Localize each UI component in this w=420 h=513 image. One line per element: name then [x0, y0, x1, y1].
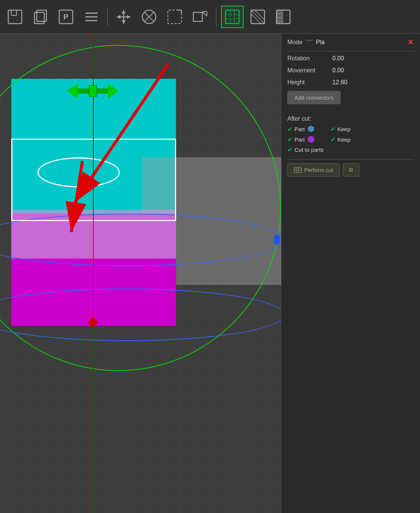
transform-toolbar-icon[interactable]	[189, 6, 211, 28]
svg-rect-0	[8, 10, 22, 24]
right-panel: Mode Pla ✕ Rotation 0.00 Movement 0.00 H…	[281, 34, 420, 513]
movement-row: Movement 0.00	[287, 67, 414, 74]
svg-marker-35	[67, 84, 78, 99]
rotation-label: Rotation	[287, 55, 332, 62]
shade-toolbar-icon[interactable]	[272, 6, 294, 28]
svg-marker-36	[108, 84, 119, 99]
copy-toolbar-icon[interactable]	[29, 6, 52, 28]
viewport-content	[0, 34, 281, 513]
toolbar-separator-2	[216, 7, 217, 26]
mode-value: Pla	[305, 39, 325, 46]
select-toolbar-icon[interactable]	[163, 6, 186, 28]
svg-rect-3	[37, 10, 46, 21]
svg-marker-11	[122, 10, 126, 13]
svg-rect-38	[89, 85, 97, 97]
rotation-value: 0.00	[332, 55, 414, 62]
diamond-toolbar-icon[interactable]	[138, 6, 160, 28]
yellow-handle[interactable]	[90, 179, 95, 184]
blue-dot-handle[interactable]	[274, 235, 280, 245]
svg-rect-21	[226, 10, 239, 24]
center-axis-line	[93, 34, 94, 513]
height-value: 12.80	[332, 79, 414, 86]
blue-ellipse-top	[0, 214, 281, 266]
svg-line-27	[251, 10, 265, 24]
divider-2	[287, 159, 414, 160]
save-toolbar-icon[interactable]	[4, 6, 26, 28]
part1-label: Part	[294, 126, 305, 132]
toolbar-separator-1	[107, 7, 108, 26]
svg-line-20	[202, 12, 207, 16]
list-toolbar-icon[interactable]	[80, 6, 103, 28]
viewport[interactable]	[0, 34, 281, 513]
parking-toolbar-icon[interactable]: P	[55, 6, 77, 28]
part1-row: ✔ Part ✔ Keep	[287, 125, 414, 133]
height-label: Height	[287, 79, 332, 86]
keep2-label: Keep	[338, 136, 351, 143]
svg-rect-2	[34, 12, 44, 24]
part2-check-icon[interactable]: ✔	[287, 136, 292, 143]
svg-point-44	[308, 136, 314, 143]
part1-color-icon	[307, 125, 315, 133]
toolbar: P	[0, 0, 420, 34]
svg-marker-14	[127, 15, 130, 19]
svg-rect-18	[168, 10, 181, 24]
svg-rect-31	[277, 10, 283, 24]
part1-check-icon[interactable]: ✔	[287, 126, 292, 133]
part2-row: ✔ Part ✔ Keep	[287, 136, 414, 143]
keep1-check-icon[interactable]: ✔	[330, 126, 335, 133]
perform-cut-label: Perform cut	[304, 167, 333, 173]
rotation-row: Rotation 0.00	[287, 55, 414, 62]
mode-row: Mode Pla ✕	[287, 37, 414, 47]
reset-button[interactable]: R	[343, 163, 360, 176]
perform-cut-button[interactable]: Perform cut	[287, 163, 340, 176]
close-button[interactable]: ✕	[407, 37, 414, 47]
part2-label: Part	[294, 136, 305, 143]
selection-ellipse	[37, 157, 120, 187]
svg-rect-19	[193, 12, 202, 21]
mode-label: Mode	[287, 39, 302, 46]
movement-label: Movement	[287, 67, 332, 74]
cut-to-parts-label: Cut to parts	[294, 147, 324, 153]
green-arrow-handle[interactable]	[67, 82, 119, 100]
perform-cut-icon	[294, 167, 302, 173]
movement-value: 0.00	[332, 67, 414, 74]
svg-rect-45	[294, 168, 302, 173]
keep2-check-icon[interactable]: ✔	[330, 136, 335, 143]
keep1-label: Keep	[338, 126, 351, 132]
add-connectors-button[interactable]: Add connectors	[287, 91, 341, 104]
svg-marker-13	[117, 15, 120, 19]
svg-marker-43	[308, 126, 314, 132]
svg-text:P: P	[63, 13, 68, 21]
svg-rect-1	[11, 10, 16, 15]
move-toolbar-icon[interactable]	[112, 6, 135, 28]
svg-marker-12	[122, 20, 126, 24]
grid-toolbar-icon[interactable]	[221, 6, 244, 28]
cut-to-parts-check-icon[interactable]: ✔	[287, 146, 292, 153]
after-cut-label: After cut:	[287, 115, 414, 122]
part2-color-icon	[307, 136, 315, 143]
hatch-toolbar-icon[interactable]	[247, 6, 269, 28]
cut-to-parts-row: ✔ Cut to parts	[287, 146, 414, 153]
height-row: Height 12.80	[287, 79, 414, 86]
divider-1	[287, 51, 414, 51]
blue-ellipse-bottom	[0, 289, 281, 341]
